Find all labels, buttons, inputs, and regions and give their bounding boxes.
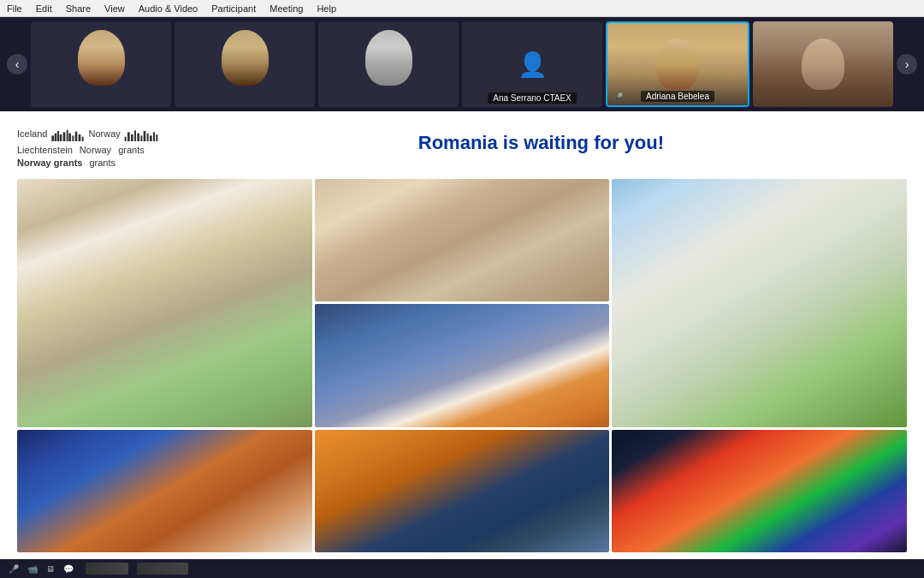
prev-participant-arrow[interactable]: ‹	[7, 54, 27, 74]
menu-audio-video[interactable]: Audio & Video	[139, 3, 198, 14]
svg-rect-12	[127, 132, 130, 141]
logo-norway-grants-main: Norway grants	[17, 157, 82, 170]
svg-rect-16	[140, 135, 142, 141]
slide-title: Romania is waiting for you!	[175, 125, 907, 154]
slide-header: Iceland	[17, 125, 907, 170]
participant-tile[interactable]	[175, 21, 315, 107]
svg-rect-5	[67, 130, 68, 141]
presentation-area: Iceland	[0, 111, 924, 559]
slide-content: Iceland	[0, 111, 924, 559]
photo-sunset	[315, 304, 610, 426]
status-icon-mic: 🎤	[9, 564, 19, 574]
svg-rect-9	[79, 134, 81, 141]
svg-rect-1	[55, 134, 57, 141]
svg-rect-10	[82, 137, 84, 141]
status-progress	[86, 563, 128, 575]
logo-liechtenstein-label: Liechtenstein	[17, 144, 73, 157]
menu-file[interactable]: File	[7, 3, 22, 14]
photo-night-building	[612, 430, 907, 552]
status-icon-share: 🖥	[46, 564, 55, 574]
status-bar: 🎤 📹 🖥 💬	[0, 559, 924, 578]
participant-tile[interactable]	[31, 21, 171, 107]
participant-name-ana: Ana Serrano CTAEX	[488, 92, 577, 104]
photo-parliament	[612, 179, 907, 427]
participant-tile-ana[interactable]: 👤 Ana Serrano CTAEX	[462, 21, 602, 107]
logo-grants-sub: grants	[89, 157, 116, 170]
menu-view[interactable]: View	[104, 3, 125, 14]
logo-iceland-label: Iceland	[17, 128, 47, 140]
logo-grants-label2: grants	[118, 144, 145, 157]
svg-rect-14	[134, 130, 136, 141]
photo-grid	[17, 179, 907, 552]
status-icon-chat: 💬	[63, 564, 74, 574]
participant-tile-adriana[interactable]: 🎤 Adriana Bebelea	[606, 21, 749, 107]
participant-tile[interactable]	[318, 21, 459, 107]
grants-logo: Iceland	[17, 125, 158, 170]
status-progress2	[137, 563, 188, 575]
participants-bar: ‹ 👤 Ana Serrano CTAEX 🎤 Adriana Bebelea …	[0, 17, 924, 111]
svg-rect-3	[60, 134, 62, 141]
next-participant-arrow[interactable]: ›	[897, 54, 917, 74]
svg-rect-7	[73, 135, 74, 141]
logo-norway-label: Norway	[88, 128, 120, 140]
svg-rect-2	[57, 131, 59, 141]
svg-rect-8	[75, 132, 78, 141]
svg-rect-0	[52, 135, 55, 141]
menu-share[interactable]: Share	[66, 3, 91, 14]
menu-participant[interactable]: Participant	[211, 3, 256, 14]
participant-name-adriana: Adriana Bebelea	[641, 91, 714, 102]
menu-bar: File Edit Share View Audio & Video Parti…	[0, 0, 924, 17]
svg-rect-19	[150, 135, 152, 141]
menu-help[interactable]: Help	[317, 3, 336, 14]
svg-rect-18	[146, 134, 148, 141]
menu-meeting[interactable]: Meeting	[270, 3, 303, 14]
svg-rect-4	[63, 132, 66, 141]
photo-aerial	[315, 430, 610, 552]
svg-rect-6	[69, 134, 72, 141]
photo-church	[17, 179, 312, 427]
participant-tile[interactable]	[753, 21, 893, 107]
svg-rect-20	[153, 132, 155, 141]
logo-norway-grants-label: Norway	[80, 144, 111, 157]
status-icon-video: 📹	[27, 564, 38, 574]
photo-pottery	[17, 430, 312, 552]
svg-rect-11	[124, 137, 126, 141]
menu-edit[interactable]: Edit	[36, 3, 52, 14]
photo-street	[315, 179, 610, 301]
svg-rect-21	[156, 134, 157, 141]
svg-rect-13	[131, 134, 133, 141]
svg-rect-15	[137, 134, 139, 141]
svg-rect-17	[143, 131, 145, 141]
